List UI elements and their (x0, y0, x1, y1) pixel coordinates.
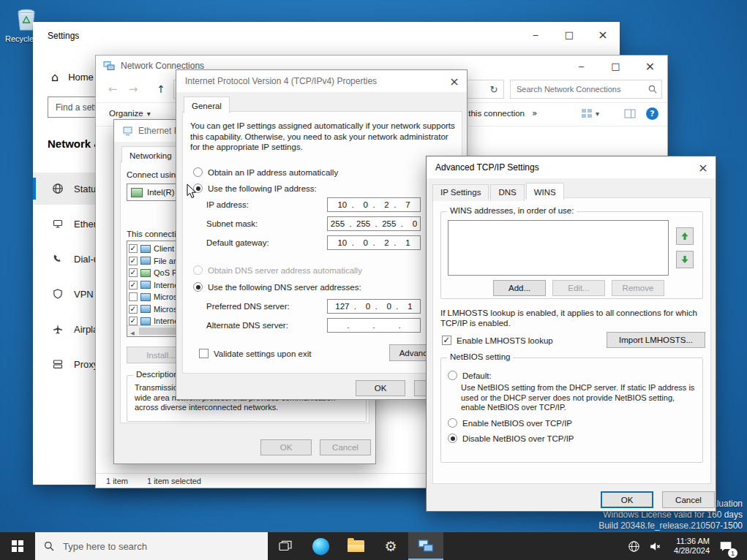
preview-pane-button[interactable] (624, 109, 636, 118)
radio-netbios-enable[interactable]: Enable NetBIOS over TCP/IP (448, 418, 572, 428)
tab-general[interactable]: General (184, 97, 230, 113)
explorer-search-input[interactable] (515, 84, 645, 94)
settings-close-button[interactable] (586, 22, 620, 47)
task-view-icon (279, 540, 292, 552)
help-button[interactable] (646, 107, 658, 120)
explorer-minimize-button[interactable] (564, 56, 598, 76)
radio-label: Use the following DNS server addresses: (208, 283, 361, 292)
radio-icon[interactable] (193, 282, 203, 292)
ok-button[interactable]: OK (601, 491, 653, 508)
forward-button[interactable] (124, 80, 143, 99)
radio-use-ip[interactable]: Use the following IP address: (193, 183, 317, 193)
ip-address-field[interactable]: 10 . 0 . 2 . 7 (327, 197, 421, 212)
default-gateway-field[interactable]: 10 . 0 . 2 . 1 (327, 235, 421, 250)
start-button[interactable] (0, 532, 35, 560)
volume-tray-icon[interactable] (645, 532, 664, 560)
radio-icon[interactable] (448, 418, 457, 428)
settings-minimize-button[interactable] (519, 22, 552, 47)
cancel-button[interactable]: Cancel (662, 491, 715, 508)
clock-date: 4/28/2024 (664, 546, 710, 556)
explorer-search-box[interactable] (510, 80, 662, 99)
view-toggle-button[interactable] (581, 108, 599, 118)
enable-lmhosts-checkbox[interactable] (442, 336, 451, 345)
refresh-button[interactable] (484, 80, 503, 99)
commands-overflow-chevron[interactable] (532, 108, 537, 118)
explorer-maximize-button[interactable] (598, 56, 633, 76)
settings-maximize-button[interactable] (552, 22, 586, 47)
search-icon (44, 541, 54, 551)
chevron-down-icon (596, 109, 599, 118)
radio-icon[interactable] (448, 371, 457, 380)
ok-button[interactable]: OK (356, 380, 405, 396)
status-globe-icon (51, 183, 64, 195)
explorer-caption-buttons (564, 56, 667, 76)
explorer-close-button[interactable] (633, 56, 667, 76)
network-connections-taskbar-button[interactable] (408, 532, 443, 560)
edit-button[interactable]: Edit... (552, 280, 605, 296)
radio-icon[interactable] (193, 265, 203, 275)
radio-netbios-disable[interactable]: Disable NetBIOS over TCP/IP (448, 434, 574, 443)
cancel-button[interactable]: Cancel (320, 439, 371, 455)
protocol-checkbox[interactable] (129, 268, 138, 277)
protocol-checkbox[interactable] (129, 305, 138, 314)
taskbar-search[interactable] (35, 532, 268, 560)
sidebar-item-label: VPN (74, 289, 94, 300)
task-view-button[interactable] (268, 532, 303, 560)
network-tray-icon[interactable] (623, 532, 644, 560)
subnet-mask-field[interactable]: 255 . 255 . 255 . 0 (327, 216, 421, 231)
back-button[interactable] (103, 80, 122, 99)
preferred-dns-field[interactable]: 127 . 0 . 0 . 1 (327, 299, 421, 314)
radio-label: Enable NetBIOS over TCP/IP (462, 419, 572, 428)
radio-obtain-ip[interactable]: Obtain an IP address automatically (193, 167, 338, 177)
move-down-button[interactable] (676, 251, 694, 268)
radio-icon[interactable] (193, 167, 203, 177)
tab-wins[interactable]: WINS (526, 183, 564, 200)
edge-taskbar-button[interactable] (303, 532, 338, 560)
wins-address-list[interactable] (448, 220, 669, 276)
scroll-left-icon (130, 325, 134, 338)
network-connections-icon (103, 61, 115, 71)
dialog-title: Advanced TCP/IP Settings (435, 162, 539, 173)
protocol-checkbox[interactable] (129, 292, 138, 301)
settings-home-label: Home (68, 72, 94, 83)
alternate-dns-field[interactable]: . . . (327, 318, 421, 333)
import-lmhosts-button[interactable]: Import LMHOSTS... (607, 332, 705, 348)
move-up-button[interactable] (676, 227, 694, 245)
file-explorer-taskbar-button[interactable] (338, 532, 373, 560)
enable-lmhosts-row[interactable]: Enable LMHOSTS lookup (442, 336, 553, 345)
netbios-default-description: Use NetBIOS setting from the DHCP server… (461, 383, 697, 413)
tab-networking[interactable]: Networking (121, 146, 180, 163)
add-button[interactable]: Add... (493, 280, 546, 296)
organize-menu[interactable]: Organize (109, 109, 151, 118)
default-gateway-label: Default gateway: (206, 238, 269, 247)
netbios-group-label: NetBIOS setting (447, 352, 513, 361)
radio-icon[interactable] (448, 434, 457, 443)
protocol-checkbox[interactable] (129, 257, 138, 265)
adapter-icon (131, 188, 143, 197)
scroll-left-button[interactable] (127, 326, 138, 336)
taskbar-search-input[interactable] (61, 540, 259, 553)
up-button[interactable] (151, 80, 170, 99)
notification-badge: 1 (728, 548, 737, 558)
validate-checkbox[interactable] (199, 349, 209, 358)
validate-checkbox-row[interactable]: Validate settings upon exit (199, 349, 311, 358)
protocol-icon (140, 305, 151, 313)
taskbar-clock[interactable]: 11:36 AM 4/28/2024 (664, 532, 710, 560)
ip-address-label: IP address: (206, 200, 249, 209)
settings-home-nav[interactable]: Home (51, 70, 94, 84)
radio-use-dns[interactable]: Use the following DNS server addresses: (193, 282, 361, 292)
advanced-dialog-close-button[interactable] (691, 156, 716, 178)
tab-dns[interactable]: DNS (490, 184, 524, 201)
protocol-checkbox[interactable] (129, 244, 138, 253)
radio-obtain-dns[interactable]: Obtain DNS server address automatically (193, 265, 362, 275)
radio-netbios-default[interactable]: Default: (448, 371, 492, 380)
arrow-up-icon (680, 232, 689, 241)
tab-ip-settings[interactable]: IP Settings (432, 184, 489, 201)
remove-button[interactable]: Remove (612, 280, 664, 296)
action-center-button[interactable]: 1 (713, 532, 739, 560)
protocol-checkbox[interactable] (129, 281, 138, 290)
maximize-icon (611, 59, 620, 72)
ipv4-dialog-close-button[interactable] (442, 70, 467, 92)
ok-button[interactable]: OK (260, 439, 312, 455)
settings-taskbar-button[interactable] (373, 532, 408, 560)
